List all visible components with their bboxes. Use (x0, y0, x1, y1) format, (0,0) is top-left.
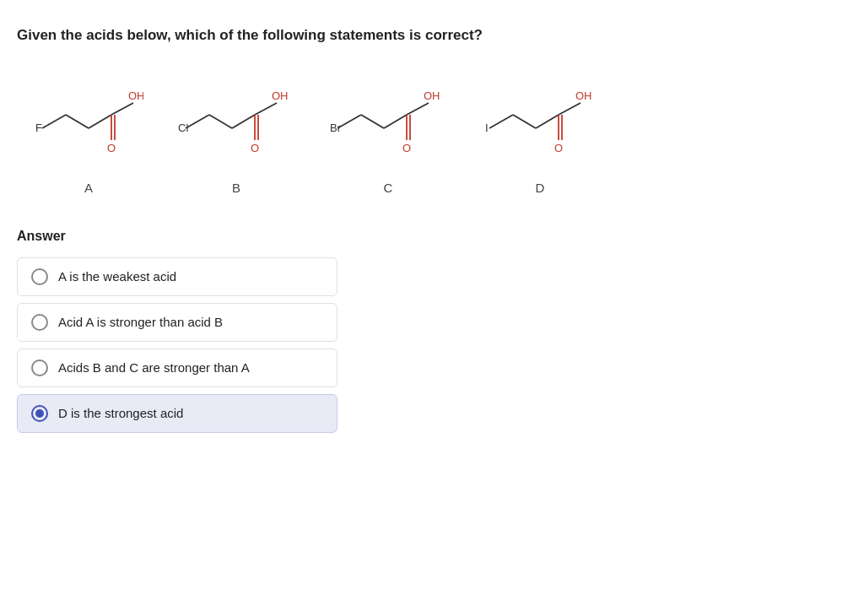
molecule-b: Cl OH O B (177, 71, 295, 195)
option-2-text: Acid A is stronger than acid B (58, 315, 223, 329)
answer-section: Answer A is the weakest acid Acid A is s… (17, 229, 847, 433)
svg-line-21 (384, 115, 407, 128)
option-2[interactable]: Acid A is stronger than acid B (17, 303, 338, 342)
question-text: Given the acids below, which of the foll… (17, 25, 847, 46)
radio-1[interactable] (31, 268, 48, 285)
molecule-a: F OH O A (34, 71, 143, 195)
svg-line-4 (111, 103, 133, 115)
molecule-c-svg: Br OH O (329, 71, 447, 172)
svg-text:F: F (35, 122, 42, 134)
answer-title: Answer (17, 229, 847, 244)
option-1-text: A is the weakest acid (58, 269, 176, 284)
option-3[interactable]: Acids B and C are stronger than A (17, 349, 338, 387)
option-3-text: Acids B and C are stronger than A (58, 360, 250, 375)
svg-text:OH: OH (272, 89, 289, 102)
svg-line-29 (513, 115, 536, 128)
svg-line-3 (89, 115, 111, 128)
svg-line-12 (232, 115, 255, 128)
svg-line-0 (42, 115, 66, 128)
svg-line-2 (66, 115, 89, 128)
svg-line-31 (559, 103, 580, 115)
molecule-d-svg: I OH O (481, 71, 599, 172)
option-1[interactable]: A is the weakest acid (17, 257, 338, 296)
option-4[interactable]: D is the strongest acid (17, 394, 338, 433)
svg-text:OH: OH (575, 89, 592, 102)
svg-text:OH: OH (128, 89, 143, 102)
molecule-d-label: D (536, 181, 545, 195)
radio-4-inner (35, 409, 44, 418)
svg-text:O: O (251, 142, 259, 154)
molecule-a-label: A (84, 181, 93, 195)
svg-text:Cl: Cl (178, 122, 188, 134)
svg-text:I: I (485, 122, 489, 134)
option-4-text: D is the strongest acid (58, 406, 183, 420)
svg-line-11 (209, 115, 232, 128)
molecule-b-label: B (232, 181, 240, 195)
molecules-row: F OH O A Cl OH O B (17, 71, 847, 195)
radio-3[interactable] (31, 359, 48, 376)
molecule-c: Br OH O C (329, 71, 447, 195)
svg-line-20 (361, 115, 384, 128)
svg-text:O: O (402, 142, 411, 154)
radio-4[interactable] (31, 405, 48, 422)
svg-line-30 (536, 115, 559, 128)
svg-text:Br: Br (330, 122, 342, 134)
molecule-d: I OH O D (481, 71, 599, 195)
molecule-c-label: C (384, 181, 393, 195)
svg-line-13 (255, 103, 277, 115)
svg-text:O: O (554, 142, 563, 154)
molecule-b-svg: Cl OH O (177, 71, 295, 172)
svg-text:O: O (107, 142, 116, 154)
svg-line-18 (338, 115, 361, 128)
svg-text:OH: OH (424, 89, 440, 102)
molecule-a-svg: F OH O (34, 71, 143, 172)
svg-line-9 (186, 115, 209, 128)
radio-2[interactable] (31, 314, 48, 331)
svg-line-22 (407, 103, 429, 115)
svg-line-27 (489, 115, 513, 128)
